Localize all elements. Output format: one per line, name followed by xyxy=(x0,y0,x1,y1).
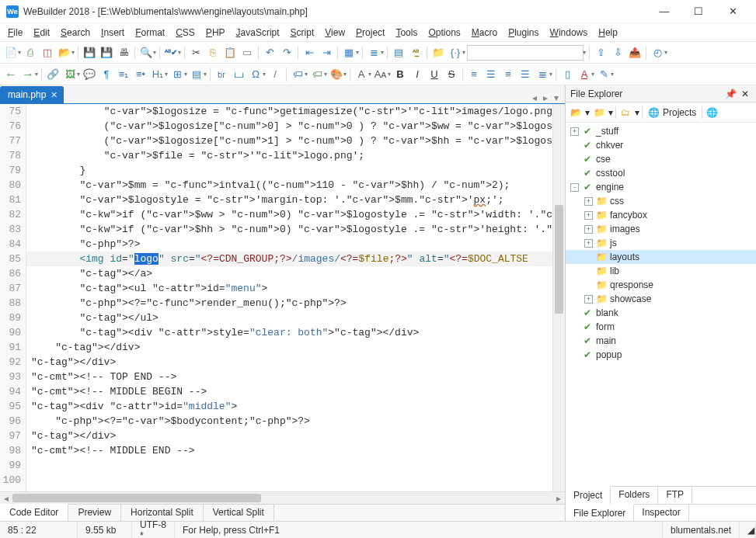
panel-close-icon[interactable]: ✕ xyxy=(739,89,751,99)
align-justify-icon[interactable]: ☰ xyxy=(517,67,533,82)
goto-function-input[interactable] xyxy=(467,45,584,61)
comment-icon[interactable]: 💬 xyxy=(82,67,97,82)
text-view-icon[interactable]: ▯ xyxy=(559,67,575,82)
tree-item-lib[interactable]: 📁lib xyxy=(566,264,756,278)
tab-menu-icon[interactable]: ▾ xyxy=(554,92,559,103)
align-right-icon[interactable]: ≡ xyxy=(500,67,516,82)
vertical-scrollbar[interactable] xyxy=(552,104,565,491)
tree-item-fancybox[interactable]: +📁fancybox xyxy=(566,208,756,222)
status-grip-icon[interactable]: ◢ xyxy=(740,522,756,538)
tree-item-chkver[interactable]: ✔chkver xyxy=(566,138,756,152)
align-center-icon[interactable]: ☰ xyxy=(483,67,499,82)
menu-script[interactable]: Script xyxy=(291,27,315,38)
projects-button[interactable]: 🌐Projects xyxy=(645,107,699,118)
tags-icon[interactable]: 🏷 xyxy=(309,67,325,82)
menu-format[interactable]: Format xyxy=(135,27,165,38)
tab-next-icon[interactable]: ▸ xyxy=(543,92,548,103)
font-size-icon[interactable]: Aᴀ xyxy=(373,67,388,82)
status-encoding[interactable]: UTF-8 * xyxy=(132,522,175,538)
br-icon[interactable]: br xyxy=(214,67,229,82)
tree-expand-icon[interactable]: + xyxy=(584,239,593,248)
tree-item-cse[interactable]: ✔cse xyxy=(566,152,756,166)
print-icon[interactable]: 🖶 xyxy=(116,45,131,61)
db-icon[interactable]: ▤ xyxy=(391,45,406,61)
horizontal-scrollbar[interactable]: ◂▸ xyxy=(0,491,565,504)
new-file-icon[interactable]: 📄 xyxy=(3,45,19,61)
copy-icon[interactable]: ⎘ xyxy=(205,45,221,61)
undo-icon[interactable]: ↶ xyxy=(262,45,277,61)
tree-item-images[interactable]: +📁images xyxy=(566,222,756,236)
tree-item-layouts[interactable]: 📁layouts xyxy=(566,250,756,264)
image-icon[interactable]: 🖼 xyxy=(62,67,78,82)
goto-function-icon[interactable]: {·} xyxy=(448,45,463,61)
editor-tab-active[interactable]: main.php ✕ xyxy=(0,86,64,103)
paste-icon[interactable]: 📋 xyxy=(222,45,238,61)
validate-icon[interactable]: ᴬᴮ̲ xyxy=(408,45,423,61)
tree-item-popup[interactable]: ✔popup xyxy=(566,348,756,362)
panel-pin-icon[interactable]: 📌 xyxy=(723,89,739,99)
tree-item-blank[interactable]: ✔blank xyxy=(566,306,756,320)
ordered-list-icon[interactable]: ≡₁ xyxy=(116,67,131,82)
menu-php[interactable]: PHP xyxy=(206,27,225,38)
color-wheel-icon[interactable]: 🎨 xyxy=(329,67,344,82)
tag-icon[interactable]: 🏷 xyxy=(290,67,305,82)
menu-options[interactable]: Options xyxy=(428,27,460,38)
menu-insert[interactable]: Insert xyxy=(101,27,124,38)
tree-item-main[interactable]: ✔main xyxy=(566,334,756,348)
strike-icon[interactable]: S xyxy=(444,67,459,82)
upload-icon[interactable]: ⇧ xyxy=(593,45,608,61)
highlight-icon[interactable]: ✎ xyxy=(596,67,611,82)
tree-item-form[interactable]: ✔form xyxy=(566,320,756,334)
new-quick-icon[interactable]: ⎙ xyxy=(23,45,38,61)
tree-item-csstool[interactable]: ✔csstool xyxy=(566,166,756,180)
view-tab-preview[interactable]: Preview xyxy=(68,505,121,521)
form-icon[interactable]: ▤ xyxy=(189,67,204,82)
menu-css[interactable]: CSS xyxy=(176,27,195,38)
menu-search[interactable]: Search xyxy=(61,27,90,38)
close-tab-icon[interactable]: ✕ xyxy=(51,90,57,100)
unordered-list-icon[interactable]: ≡• xyxy=(133,67,148,82)
heading-icon[interactable]: H₁ xyxy=(150,67,165,82)
upload-file-icon[interactable]: 📤 xyxy=(627,45,643,61)
align-left-icon[interactable]: ≡ xyxy=(466,67,482,82)
tree-item-css[interactable]: +📁css xyxy=(566,194,756,208)
redo-icon[interactable]: ↷ xyxy=(279,45,294,61)
close-button[interactable]: ✕ xyxy=(716,1,750,23)
tree-expand-icon[interactable]: + xyxy=(584,197,593,206)
tree-item-js[interactable]: +📁js xyxy=(566,236,756,250)
delete-icon[interactable]: ▭ xyxy=(239,45,255,61)
menu-help[interactable]: Help xyxy=(598,27,618,38)
indent-left-icon[interactable]: ⇤ xyxy=(301,45,317,61)
menu-plugins[interactable]: Plugins xyxy=(508,27,538,38)
tree-item-_stuff[interactable]: +✔_stuff xyxy=(566,124,756,138)
explorer-refresh-icon[interactable]: 📁 xyxy=(592,106,606,120)
goto-icon[interactable]: ≣ xyxy=(366,45,381,61)
explorer-folder-icon[interactable]: 📂 xyxy=(569,106,583,120)
cut-icon[interactable]: ✂ xyxy=(188,45,204,61)
ftp-icon[interactable]: 📁 xyxy=(430,45,446,61)
download-icon[interactable]: ⇩ xyxy=(610,45,625,61)
side-tab-project[interactable]: Project xyxy=(566,486,611,504)
tree-item-engine[interactable]: -✔engine xyxy=(566,180,756,194)
browser-preview-icon[interactable]: ▦ xyxy=(341,45,357,61)
tree-item-qresponse[interactable]: 📁qresponse xyxy=(566,278,756,292)
font-family-icon[interactable]: A xyxy=(354,67,369,82)
tree-expand-icon[interactable]: + xyxy=(584,211,593,220)
font-color-icon[interactable]: A xyxy=(577,67,592,82)
explorer-save-project-icon[interactable]: 🗂 xyxy=(618,106,632,120)
tree-expand-icon[interactable]: - xyxy=(570,183,579,192)
minimize-button[interactable]: — xyxy=(647,1,681,23)
omega-icon[interactable]: Ω xyxy=(248,67,263,82)
underline-icon[interactable]: U xyxy=(427,67,442,82)
menu-windows[interactable]: Windows xyxy=(550,27,588,38)
side-tab-inspector[interactable]: Inspector xyxy=(634,505,688,521)
tree-expand-icon[interactable]: + xyxy=(584,225,593,234)
nbsp-icon[interactable]: ⌴ xyxy=(231,67,246,82)
side-tab-folders[interactable]: Folders xyxy=(611,487,658,504)
view-tab-code-editor[interactable]: Code Editor xyxy=(0,504,68,521)
menu-macro[interactable]: Macro xyxy=(472,27,497,38)
open-icon[interactable]: 📂 xyxy=(57,45,72,61)
forward-icon[interactable]: → xyxy=(20,67,36,82)
bold-icon[interactable]: B xyxy=(392,67,408,82)
menu-view[interactable]: View xyxy=(325,27,345,38)
